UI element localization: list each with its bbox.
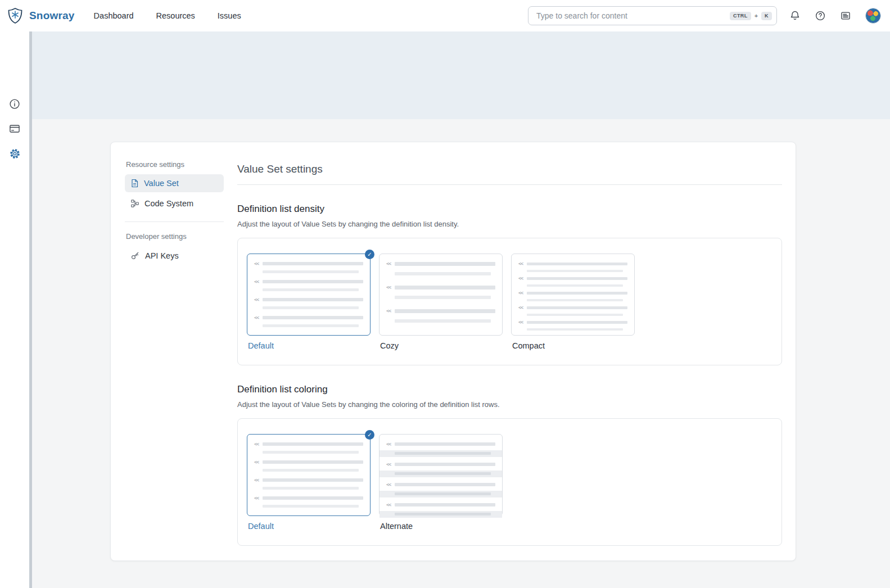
app-body: Resource settings Value Set Code System … <box>0 31 890 588</box>
option-preview[interactable]: ✓ <<<<<<<<<<<<<<<< <box>247 434 371 516</box>
settings-gear-icon[interactable] <box>8 147 21 160</box>
skeleton-bar <box>395 472 491 475</box>
nav-item[interactable]: Issues <box>218 11 241 20</box>
skeleton-bar <box>395 483 495 486</box>
skeleton-chevron-icon: << <box>254 297 260 302</box>
skeleton-group: <<<< <box>518 276 627 288</box>
skeleton-row: << <box>254 460 363 465</box>
skeleton-bar <box>263 324 359 327</box>
skeleton-bar <box>395 503 495 506</box>
skeleton-bar <box>527 263 627 265</box>
help-icon[interactable] <box>815 10 826 21</box>
skeleton-row: << <box>254 468 363 473</box>
option-label[interactable]: Cozy <box>379 341 503 350</box>
settings-nav: Resource settings Value Set Code System … <box>125 156 224 546</box>
main-area: Resource settings Value Set Code System … <box>32 31 890 588</box>
skeleton-bar <box>527 328 623 331</box>
skeleton-group: <<<< <box>254 478 363 491</box>
key-icon <box>130 251 140 260</box>
skeleton-row: << <box>386 503 495 508</box>
settings-nav-item[interactable]: API Keys <box>125 246 224 265</box>
header-band <box>32 31 890 119</box>
side-rail <box>0 31 29 588</box>
preview-rows: <<<<<<<<<<<< <box>386 261 495 323</box>
page-title: Value Set settings <box>237 156 782 185</box>
skeleton-group: <<<< <box>518 261 627 273</box>
skeleton-group: <<<< <box>386 309 495 323</box>
skeleton-bar <box>527 270 623 272</box>
info-icon[interactable] <box>8 98 21 110</box>
skeleton-group: <<<< <box>254 261 363 274</box>
settings-nav-group-heading: Developer settings <box>126 232 224 241</box>
nav-item[interactable]: Dashboard <box>94 11 134 20</box>
skeleton-row: << <box>254 486 363 491</box>
billing-card-icon[interactable] <box>8 123 21 135</box>
selected-check-icon: ✓ <box>365 250 374 259</box>
option-label[interactable]: Compact <box>511 341 635 350</box>
option-preview[interactable]: ✓ <<<<<<<<<<<<<<<<<<<< <box>511 254 635 336</box>
skeleton-group: <<<< <box>386 285 495 300</box>
skeleton-chevron-icon: << <box>518 305 524 310</box>
user-avatar[interactable] <box>865 8 881 24</box>
skeleton-chevron-icon: << <box>386 482 392 487</box>
skeleton-bar <box>395 319 491 323</box>
skeleton-chevron-icon: << <box>386 309 392 314</box>
settings-nav-item[interactable]: Code System <box>125 195 224 212</box>
settings-nav-group-heading: Resource settings <box>126 160 224 169</box>
skeleton-bar <box>263 460 363 464</box>
skeleton-row: << <box>518 261 627 266</box>
skeleton-row: << <box>254 270 363 275</box>
skeleton-row: << <box>380 471 502 478</box>
skeleton-group: <<<< <box>386 261 495 276</box>
skeleton-chevron-icon: << <box>518 291 524 296</box>
search-box[interactable]: CTRL + K <box>528 6 777 25</box>
skeleton-group: <<<< <box>254 460 363 473</box>
options-group: ✓ <<<<<<<<<<<<<<<< Default ✓ <<<<<<<<<<<… <box>237 418 782 546</box>
search-input[interactable] <box>535 11 726 21</box>
skeleton-chevron-icon: << <box>254 279 260 284</box>
skeleton-row: << <box>386 309 495 314</box>
skeleton-bar <box>527 299 623 301</box>
option-label[interactable]: Alternate <box>379 522 503 531</box>
settings-nav-item-label: Value Set <box>144 179 179 188</box>
skeleton-group: <<<< <box>386 482 495 497</box>
skeleton-group: <<<< <box>518 320 627 332</box>
skeleton-row: << <box>386 462 495 467</box>
notifications-bell-icon[interactable] <box>789 10 801 21</box>
skeleton-row: << <box>254 315 363 320</box>
skeleton-bar <box>263 505 359 508</box>
options-group: ✓ <<<<<<<<<<<<<<<< Default ✓ <<<<<<<<<<<… <box>237 238 782 365</box>
skeleton-bar <box>263 316 363 319</box>
skeleton-bar <box>395 463 495 466</box>
skeleton-bar <box>395 262 495 266</box>
news-icon[interactable] <box>840 10 851 21</box>
skeleton-bar <box>527 277 627 280</box>
skeleton-chevron-icon: << <box>386 503 392 508</box>
skeleton-row: << <box>518 291 627 296</box>
skeleton-bar <box>263 469 359 472</box>
option-card: ✓ <<<<<<<<<<<<<<<< Alternate <box>379 434 503 531</box>
skeleton-bar <box>263 478 363 482</box>
brand[interactable]: Snowray <box>7 7 75 24</box>
option-preview[interactable]: ✓ <<<<<<<<<<<<<<<< <box>247 254 371 336</box>
option-preview[interactable]: ✓ <<<<<<<<<<<< <box>379 254 503 336</box>
settings-nav-item-label: API Keys <box>145 251 179 260</box>
skeleton-chevron-icon: << <box>386 442 392 447</box>
skeleton-bar <box>263 451 359 454</box>
selected-check-icon: ✓ <box>365 430 374 440</box>
skeleton-group: <<<< <box>254 297 363 310</box>
skeleton-row: << <box>254 324 363 329</box>
settings-nav-item[interactable]: Value Set <box>125 174 224 192</box>
skeleton-group: <<<< <box>254 442 363 455</box>
option-label[interactable]: Default <box>247 522 371 531</box>
option-card: ✓ <<<<<<<<<<<< Cozy <box>379 254 503 350</box>
option-preview[interactable]: ✓ <<<<<<<<<<<<<<<< <box>379 434 503 516</box>
settings-content: Value Set settings Definition list densi… <box>237 156 782 546</box>
section-description: Adjust the layout of Value Sets by chang… <box>237 220 782 228</box>
skeleton-group: <<<< <box>386 503 495 518</box>
skeleton-row: << <box>254 306 363 311</box>
skeleton-chevron-icon: << <box>254 460 260 465</box>
option-label[interactable]: Default <box>247 341 371 350</box>
nav-item[interactable]: Resources <box>156 11 195 20</box>
skeleton-chevron-icon: << <box>518 261 524 266</box>
